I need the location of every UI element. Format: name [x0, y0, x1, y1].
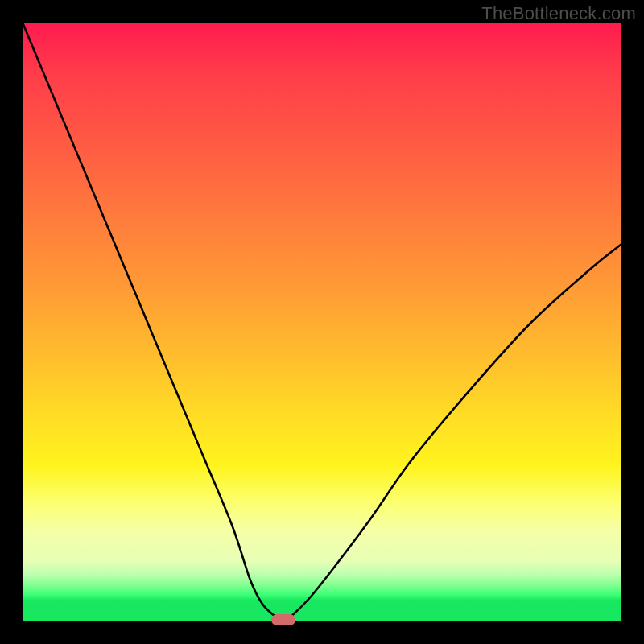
plot-area — [23, 23, 621, 621]
chart-frame: TheBottleneck.com — [0, 0, 644, 644]
optimal-marker — [271, 614, 295, 625]
bottleneck-curve — [23, 23, 621, 621]
watermark-text: TheBottleneck.com — [481, 3, 636, 24]
